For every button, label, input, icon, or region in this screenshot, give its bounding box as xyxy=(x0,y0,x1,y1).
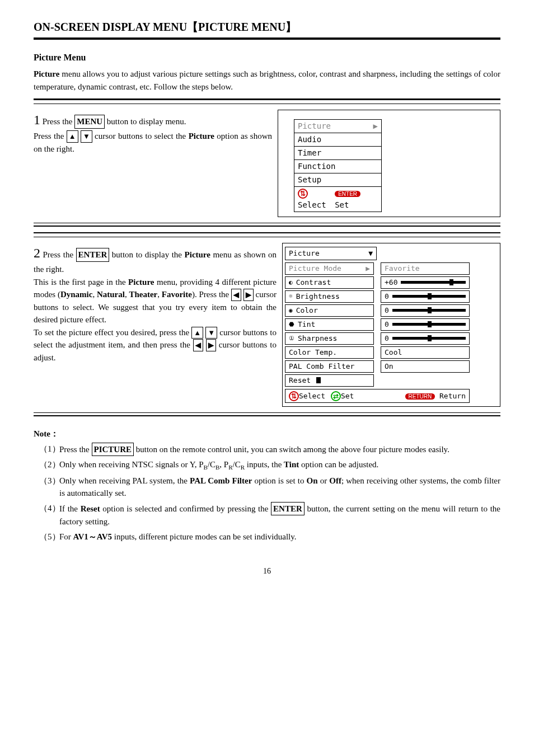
step-2: 2 Press the ENTER button to display the … xyxy=(34,232,500,416)
val-contrast: +60 xyxy=(381,276,470,289)
section-heading: Picture Menu xyxy=(34,51,500,64)
down-triangle-icon: ▼ xyxy=(368,248,373,259)
menu-button-label: MENU xyxy=(74,115,105,129)
sharpness-icon: ① xyxy=(289,334,294,344)
step-1-number: 1 xyxy=(34,112,40,127)
step-1: 1 Press the MENU button to display menu.… xyxy=(34,98,500,227)
color-icon: ◉ xyxy=(289,306,293,316)
step-2-text: 2 Press the ENTER button to display the … xyxy=(34,243,282,407)
note-list: （1） Press the PICTURE button on the remo… xyxy=(34,443,500,543)
note-2: （2） Only when receiving NTSC signals or … xyxy=(39,458,500,472)
right-arrow-icon: ▶ xyxy=(366,263,370,274)
row-contrast: ◐Contrast xyxy=(285,276,374,289)
row-sharpness: ①Sharpness xyxy=(285,332,374,345)
picture-button-label: PICTURE xyxy=(92,443,134,457)
menu-item-function: Function xyxy=(294,160,381,173)
up-arrow-icon: ▲ xyxy=(191,327,203,339)
enter-badge: ENTER xyxy=(335,191,360,197)
select-circle-icon: ⇅ xyxy=(298,189,308,199)
left-arrow-icon: ◀ xyxy=(193,339,203,351)
down-arrow-icon: ▼ xyxy=(205,327,217,339)
row-brightness: ☼Brightness xyxy=(285,290,374,303)
left-arrow-icon: ◀ xyxy=(231,289,241,301)
menu-item-picture: Picture▶ xyxy=(294,120,381,133)
picture-panel-header: Picture▼ xyxy=(285,247,377,260)
title-divider xyxy=(34,37,500,40)
row-tint: ⬣Tint xyxy=(285,318,374,331)
enter-button-label: ENTER xyxy=(76,248,110,262)
note-5: （5） For AV1～AV5 inputs, different pictur… xyxy=(39,530,500,543)
picture-panel-footer: ⇅Select ⇄Set RETURN Return xyxy=(285,389,470,403)
up-arrow-icon: ▲ xyxy=(67,130,78,143)
page-number: 16 xyxy=(34,565,500,577)
enter-button-label: ENTER xyxy=(271,502,305,516)
row-color: ◉Color xyxy=(285,304,374,317)
row-reset: Reset xyxy=(285,374,374,387)
note-1: （1） Press the PICTURE button on the remo… xyxy=(39,443,500,457)
intro-text: Picture menu allows you to adjust variou… xyxy=(34,68,500,93)
val-color-temp: Cool xyxy=(381,346,470,359)
tint-icon: ⬣ xyxy=(289,320,294,330)
page-title: ON-SCREEN DISPLAY MENU【PICTURE MENU】 xyxy=(34,18,500,35)
row-color-temp: Color Temp. xyxy=(285,346,374,359)
note-3: （3） Only when receiving PAL system, the … xyxy=(39,475,500,500)
step-1-figure: Picture▶ Audio Timer Function Setup ⇅Sel… xyxy=(278,110,500,217)
contrast-icon: ◐ xyxy=(289,278,293,288)
row-picture-mode: Picture Mode▶ xyxy=(285,262,374,275)
val-pal-comb: On xyxy=(381,360,470,373)
val-tint: 0 xyxy=(381,318,470,331)
row-pal-comb: PAL Comb Filter xyxy=(285,360,374,373)
right-arrow-icon: ▶ xyxy=(206,339,216,351)
menu-item-audio: Audio xyxy=(294,133,381,147)
val-color: 0 xyxy=(381,304,470,317)
brightness-icon: ☼ xyxy=(289,292,293,302)
menu-item-setup: Setup xyxy=(294,173,381,187)
val-sharpness: 0 xyxy=(381,332,470,345)
note-4: （4） If the Reset option is selected and … xyxy=(39,502,500,528)
return-badge: RETURN xyxy=(405,393,435,400)
right-arrow-icon: ▶ xyxy=(373,120,378,132)
val-picture-mode: Favorite xyxy=(381,262,470,275)
val-brightness: 0 xyxy=(381,290,470,303)
right-arrow-icon: ▶ xyxy=(243,289,254,301)
note-heading: Note： xyxy=(34,428,500,440)
picture-menu-panel: Picture▼ Picture Mode▶ ◐Contrast ☼Bright… xyxy=(282,243,500,407)
step-2-number: 2 xyxy=(34,246,40,260)
menu-item-timer: Timer xyxy=(294,147,381,160)
select-circle-icon: ⇅ xyxy=(289,391,299,401)
reset-icon xyxy=(316,377,321,383)
main-menu-panel: Picture▶ Audio Timer Function Setup ⇅Sel… xyxy=(294,119,382,212)
step-1-text: 1 Press the MENU button to display menu.… xyxy=(34,110,278,217)
menu-footer: ⇅Select ENTER Set xyxy=(294,187,381,212)
down-arrow-icon: ▼ xyxy=(81,130,92,143)
set-circle-icon: ⇄ xyxy=(331,391,341,401)
